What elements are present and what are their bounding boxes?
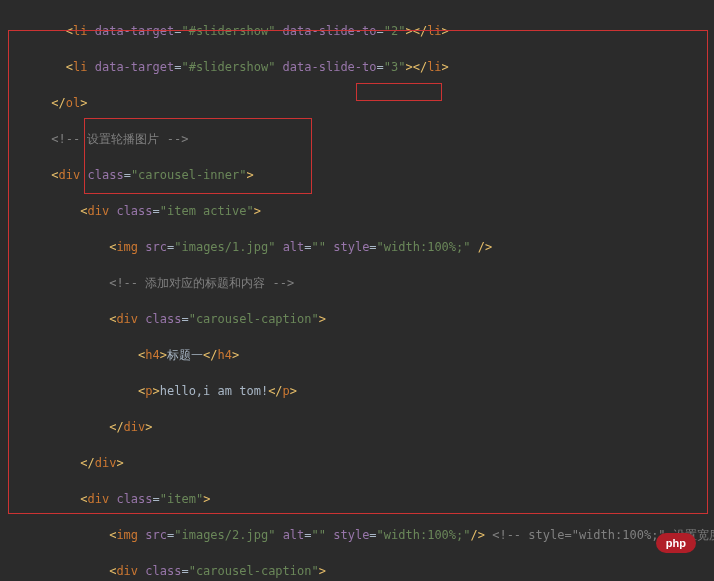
code-line[interactable]: <li data-target="#slidershow" data-slide… xyxy=(8,58,706,76)
code-line[interactable]: <li data-target="#slidershow" data-slide… xyxy=(8,22,706,40)
code-editor[interactable]: <li data-target="#slidershow" data-slide… xyxy=(0,0,714,581)
code-line[interactable]: <p>hello,i am tom!</p> xyxy=(8,382,706,400)
code-line[interactable]: <div class="carousel-inner"> xyxy=(8,166,706,184)
code-line[interactable]: <div class="item active"> xyxy=(8,202,706,220)
code-line[interactable]: <img src="images/2.jpg" alt="" style="wi… xyxy=(8,526,706,544)
code-line[interactable]: <div class="carousel-caption"> xyxy=(8,562,706,580)
code-line[interactable]: <img src="images/1.jpg" alt="" style="wi… xyxy=(8,238,706,256)
code-line[interactable]: </div> xyxy=(8,454,706,472)
watermark-badge: php xyxy=(656,533,696,554)
code-line[interactable]: </ol> xyxy=(8,94,706,112)
code-line[interactable]: <div class="item"> xyxy=(8,490,706,508)
code-line[interactable]: <h4>标题一</h4> xyxy=(8,346,706,364)
code-line[interactable]: </div> xyxy=(8,418,706,436)
code-line[interactable]: <!-- 设置轮播图片 --> xyxy=(8,130,706,148)
code-line[interactable]: <!-- 添加对应的标题和内容 --> xyxy=(8,274,706,292)
code-line[interactable]: <div class="carousel-caption"> xyxy=(8,310,706,328)
